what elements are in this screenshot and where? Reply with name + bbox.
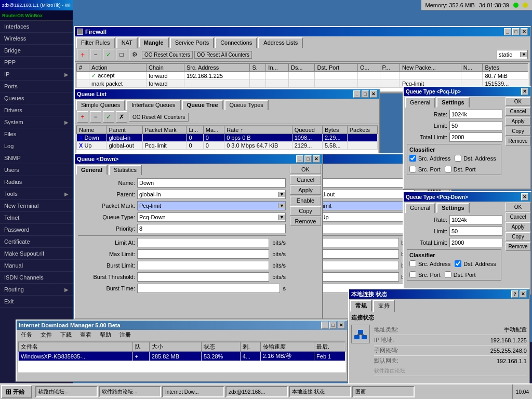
qd-close-btn[interactable]: ✕ <box>313 155 320 163</box>
qtd-ok-btn[interactable]: OK <box>506 203 530 211</box>
ql-close-btn[interactable]: ✕ <box>370 90 377 98</box>
idm-col-queue[interactable]: 队 <box>132 342 149 352</box>
sidebar-item-users[interactable]: Users <box>0 164 73 176</box>
ql-col-packetmark[interactable]: Packet Mark <box>142 126 187 134</box>
qd-copy-btn[interactable]: Copy <box>290 206 321 216</box>
taskbar-task-2[interactable]: Internet Dow... <box>162 386 224 397</box>
ql-col-bytes[interactable]: Bytes <box>322 126 347 134</box>
fw-close-btn[interactable]: ✕ <box>521 28 528 35</box>
fw-col-newpkt[interactable]: New Packe... <box>400 64 461 72</box>
qd-qtype-arrow[interactable]: ▼ <box>278 215 285 220</box>
tab-lc-general[interactable]: 常规 <box>350 300 372 312</box>
fw-col-ds[interactable]: Ds... <box>288 64 314 72</box>
qu-qtype-select[interactable]: Pcq-Up ▼ <box>308 212 415 222</box>
sidebar-item-radius[interactable]: Radius <box>0 176 73 188</box>
qd-parent-select[interactable]: global-in ▼ <box>137 190 286 199</box>
sidebar-item-tools[interactable]: Tools▶ <box>0 188 73 200</box>
tab-interface-queues[interactable]: Interface Queues <box>126 100 180 110</box>
ql-col-name[interactable]: Name <box>77 126 107 134</box>
ql-row-0[interactable]: X Down global-in 0 0 0 bps 0 B 1098... 2… <box>77 134 378 142</box>
sidebar-item-wireless[interactable]: Wireless <box>0 33 73 45</box>
qd-enable-btn[interactable]: Enable <box>290 196 321 205</box>
sidebar-item-manual[interactable]: Manual <box>0 260 73 272</box>
sidebar-item-bridge[interactable]: Bridge <box>0 45 73 57</box>
idm-menu-file[interactable]: 文件 <box>37 330 55 339</box>
qd-ok-btn[interactable]: OK <box>290 165 321 174</box>
qtu-srcport-check[interactable] <box>409 166 416 172</box>
ql-remove-btn[interactable]: − <box>90 111 101 123</box>
qtu-ok-btn[interactable]: OK <box>506 97 530 106</box>
tab-simple-queues[interactable]: Simple Queues <box>76 100 125 110</box>
idm-close-btn[interactable]: ✕ <box>338 322 345 329</box>
idm-menu-register[interactable]: 注册 <box>116 330 134 339</box>
tab-qd-general[interactable]: General <box>76 165 108 175</box>
qd-minimize-btn[interactable]: _ <box>296 155 303 163</box>
qtd-copy-btn[interactable]: Copy <box>506 232 530 241</box>
tab-qtu-settings[interactable]: Settings <box>436 97 469 108</box>
lc-close-btn[interactable]: ✕ <box>520 290 527 298</box>
idm-menu-download[interactable]: 下载 <box>57 330 75 339</box>
idm-col-filename[interactable]: 文件名 <box>19 342 133 352</box>
ql-reset-all-btn[interactable]: OO Reset All Counters <box>129 113 189 122</box>
fw-col-p[interactable]: P... <box>380 64 400 72</box>
tab-service-ports[interactable]: Service Ports <box>170 37 214 48</box>
qtd-apply-btn[interactable]: Apply <box>506 222 530 231</box>
ql-row-1[interactable]: X Up global-out Pcq-limit 0 0 0 3.0 Mbps… <box>77 142 378 150</box>
qd-burstlimit-input[interactable] <box>137 261 269 270</box>
ql-col-packets[interactable]: Packets <box>347 126 377 134</box>
qd-bursttime-input[interactable] <box>137 284 280 293</box>
fw-settings-btn[interactable]: ⚙ <box>129 49 140 60</box>
fw-minimize-btn[interactable]: _ <box>504 28 511 35</box>
qtu-dstport-check[interactable] <box>445 166 451 172</box>
fw-disable-btn[interactable]: □ <box>116 49 127 60</box>
ql-col-li[interactable]: Li... <box>187 126 203 134</box>
qd-remove-btn[interactable]: Remove <box>290 217 321 226</box>
qu-name-input[interactable] <box>308 178 415 188</box>
qd-name-input[interactable] <box>137 178 286 188</box>
taskbar-task-0[interactable]: 软路由论坛... <box>35 386 98 397</box>
qtu-close-btn[interactable]: ✕ <box>521 88 528 95</box>
qd-maxlimit-input[interactable] <box>137 249 269 259</box>
sidebar-item-drivers[interactable]: Drivers <box>0 104 73 116</box>
idm-col-status[interactable]: 状态 <box>202 342 241 352</box>
fw-col-action[interactable]: Action <box>89 64 147 72</box>
fw-col-n[interactable]: N... <box>461 64 483 72</box>
qd-pm-arrow[interactable]: ▼ <box>278 203 285 208</box>
qtu-srcaddr-check[interactable] <box>409 155 416 162</box>
qd-burstthresh-input[interactable] <box>137 272 269 282</box>
sidebar-item-isdn-channels[interactable]: ISDN Channels <box>0 272 73 284</box>
fw-add-btn[interactable]: + <box>77 49 88 60</box>
qtu-copy-btn[interactable]: Copy <box>506 127 530 136</box>
qtd-srcaddr-check[interactable] <box>409 260 416 267</box>
fw-reset-counters-btn[interactable]: OO Reset Counters <box>142 51 193 59</box>
idm-col-last[interactable]: 最后. <box>314 342 345 352</box>
tab-qd-statistics[interactable]: Statistics <box>109 165 142 175</box>
ql-minimize-btn[interactable]: _ <box>353 90 361 98</box>
fw-row-0[interactable]: ✓ accept forward 192.168.1.225 80.7 MiB <box>77 72 528 80</box>
ql-maximize-btn[interactable]: □ <box>362 90 369 98</box>
qu-parent-select[interactable]: global-out ▼ <box>308 190 415 199</box>
tab-queue-types[interactable]: Queue Types <box>224 100 269 110</box>
qtu-remove-btn[interactable]: Remove <box>506 137 530 145</box>
sidebar-item-ppp[interactable]: PPP <box>0 57 73 69</box>
idm-menu-task[interactable]: 任务 <box>18 330 35 339</box>
sidebar-item-new-terminal[interactable]: New Terminal <box>0 200 73 212</box>
fw-col-num[interactable]: # <box>77 64 89 72</box>
sidebar-item-system[interactable]: System▶ <box>0 116 73 128</box>
idm-minimize-btn[interactable]: _ <box>321 322 328 329</box>
qtd-srcport-check[interactable] <box>409 271 416 278</box>
qd-parent-arrow[interactable]: ▼ <box>278 192 285 197</box>
fw-col-s[interactable]: S. <box>250 64 266 72</box>
ql-col-parent[interactable]: Parent <box>107 126 142 134</box>
qd-qtype-select[interactable]: Pcq-Down ▼ <box>137 212 286 222</box>
fw-col-dstport[interactable]: Dst. Port <box>315 64 358 72</box>
sidebar-item-certificate[interactable]: Certificate <box>0 236 73 248</box>
idm-maximize-btn[interactable]: □ <box>329 322 337 329</box>
tab-mangle[interactable]: Mangle <box>139 37 169 48</box>
qtu-totallimit-input[interactable] <box>449 132 502 142</box>
qtd-dstaddr-check[interactable] <box>455 260 461 267</box>
qd-cancel-btn[interactable]: Cancel <box>290 175 321 184</box>
ql-enable-btn[interactable]: ✓ <box>103 111 114 123</box>
tab-qtu-general[interactable]: General <box>405 97 435 108</box>
ql-col-queued[interactable]: Queued <box>292 126 322 134</box>
